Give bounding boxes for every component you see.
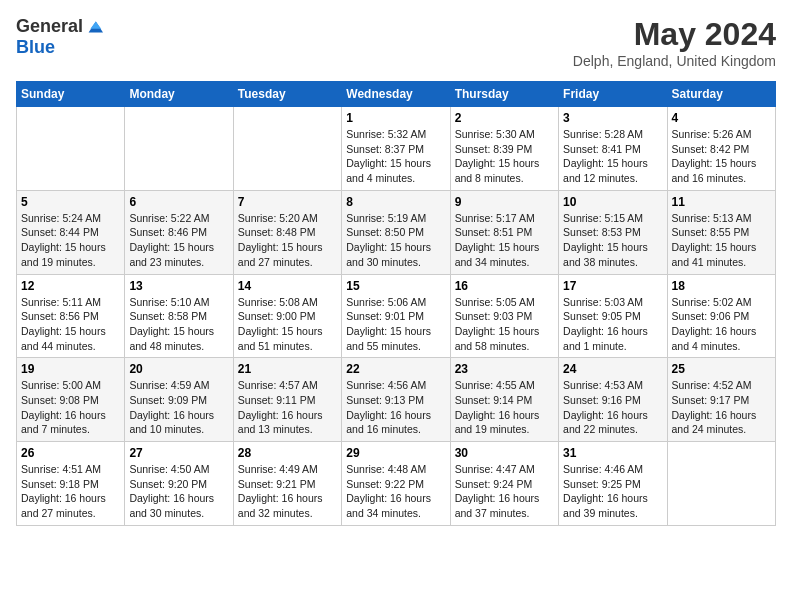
weekday-header: Sunday: [17, 82, 125, 107]
day-info: Sunrise: 5:11 AM Sunset: 8:56 PM Dayligh…: [21, 295, 120, 354]
calendar-cell: 11Sunrise: 5:13 AM Sunset: 8:55 PM Dayli…: [667, 190, 775, 274]
calendar-cell: 3Sunrise: 5:28 AM Sunset: 8:41 PM Daylig…: [559, 107, 667, 191]
calendar-cell: 9Sunrise: 5:17 AM Sunset: 8:51 PM Daylig…: [450, 190, 558, 274]
day-number: 13: [129, 279, 228, 293]
calendar-cell: [233, 107, 341, 191]
day-info: Sunrise: 5:28 AM Sunset: 8:41 PM Dayligh…: [563, 127, 662, 186]
calendar-cell: 13Sunrise: 5:10 AM Sunset: 8:58 PM Dayli…: [125, 274, 233, 358]
calendar-cell: 23Sunrise: 4:55 AM Sunset: 9:14 PM Dayli…: [450, 358, 558, 442]
logo-general-text: General: [16, 16, 83, 37]
location-title: Delph, England, United Kingdom: [573, 53, 776, 69]
calendar-cell: [125, 107, 233, 191]
day-number: 20: [129, 362, 228, 376]
day-info: Sunrise: 5:32 AM Sunset: 8:37 PM Dayligh…: [346, 127, 445, 186]
day-number: 5: [21, 195, 120, 209]
calendar-cell: 16Sunrise: 5:05 AM Sunset: 9:03 PM Dayli…: [450, 274, 558, 358]
weekday-header: Wednesday: [342, 82, 450, 107]
calendar-week-row: 5Sunrise: 5:24 AM Sunset: 8:44 PM Daylig…: [17, 190, 776, 274]
day-number: 10: [563, 195, 662, 209]
day-number: 7: [238, 195, 337, 209]
calendar-cell: 18Sunrise: 5:02 AM Sunset: 9:06 PM Dayli…: [667, 274, 775, 358]
weekday-header: Monday: [125, 82, 233, 107]
calendar-cell: 20Sunrise: 4:59 AM Sunset: 9:09 PM Dayli…: [125, 358, 233, 442]
day-number: 28: [238, 446, 337, 460]
day-number: 2: [455, 111, 554, 125]
day-number: 22: [346, 362, 445, 376]
day-info: Sunrise: 5:13 AM Sunset: 8:55 PM Dayligh…: [672, 211, 771, 270]
calendar-cell: [667, 442, 775, 526]
calendar-cell: 31Sunrise: 4:46 AM Sunset: 9:25 PM Dayli…: [559, 442, 667, 526]
day-info: Sunrise: 4:56 AM Sunset: 9:13 PM Dayligh…: [346, 378, 445, 437]
day-info: Sunrise: 5:06 AM Sunset: 9:01 PM Dayligh…: [346, 295, 445, 354]
day-info: Sunrise: 5:20 AM Sunset: 8:48 PM Dayligh…: [238, 211, 337, 270]
day-info: Sunrise: 4:48 AM Sunset: 9:22 PM Dayligh…: [346, 462, 445, 521]
calendar-week-row: 1Sunrise: 5:32 AM Sunset: 8:37 PM Daylig…: [17, 107, 776, 191]
day-info: Sunrise: 4:46 AM Sunset: 9:25 PM Dayligh…: [563, 462, 662, 521]
day-number: 6: [129, 195, 228, 209]
calendar-week-row: 12Sunrise: 5:11 AM Sunset: 8:56 PM Dayli…: [17, 274, 776, 358]
calendar-table: SundayMondayTuesdayWednesdayThursdayFrid…: [16, 81, 776, 526]
day-info: Sunrise: 5:26 AM Sunset: 8:42 PM Dayligh…: [672, 127, 771, 186]
day-info: Sunrise: 5:30 AM Sunset: 8:39 PM Dayligh…: [455, 127, 554, 186]
weekday-header: Friday: [559, 82, 667, 107]
day-number: 18: [672, 279, 771, 293]
day-number: 24: [563, 362, 662, 376]
day-number: 15: [346, 279, 445, 293]
day-number: 14: [238, 279, 337, 293]
calendar-cell: 21Sunrise: 4:57 AM Sunset: 9:11 PM Dayli…: [233, 358, 341, 442]
calendar-cell: 4Sunrise: 5:26 AM Sunset: 8:42 PM Daylig…: [667, 107, 775, 191]
month-title: May 2024: [573, 16, 776, 53]
logo-blue-text: Blue: [16, 37, 55, 57]
calendar-cell: 28Sunrise: 4:49 AM Sunset: 9:21 PM Dayli…: [233, 442, 341, 526]
day-info: Sunrise: 4:49 AM Sunset: 9:21 PM Dayligh…: [238, 462, 337, 521]
calendar-header-row: SundayMondayTuesdayWednesdayThursdayFrid…: [17, 82, 776, 107]
day-number: 11: [672, 195, 771, 209]
calendar-cell: 8Sunrise: 5:19 AM Sunset: 8:50 PM Daylig…: [342, 190, 450, 274]
calendar-cell: 26Sunrise: 4:51 AM Sunset: 9:18 PM Dayli…: [17, 442, 125, 526]
calendar-cell: 17Sunrise: 5:03 AM Sunset: 9:05 PM Dayli…: [559, 274, 667, 358]
day-number: 3: [563, 111, 662, 125]
calendar-cell: 2Sunrise: 5:30 AM Sunset: 8:39 PM Daylig…: [450, 107, 558, 191]
day-number: 8: [346, 195, 445, 209]
day-number: 4: [672, 111, 771, 125]
calendar-cell: [17, 107, 125, 191]
day-number: 31: [563, 446, 662, 460]
day-info: Sunrise: 4:53 AM Sunset: 9:16 PM Dayligh…: [563, 378, 662, 437]
day-info: Sunrise: 5:02 AM Sunset: 9:06 PM Dayligh…: [672, 295, 771, 354]
day-info: Sunrise: 5:22 AM Sunset: 8:46 PM Dayligh…: [129, 211, 228, 270]
day-number: 19: [21, 362, 120, 376]
calendar-cell: 10Sunrise: 5:15 AM Sunset: 8:53 PM Dayli…: [559, 190, 667, 274]
calendar-cell: 25Sunrise: 4:52 AM Sunset: 9:17 PM Dayli…: [667, 358, 775, 442]
day-info: Sunrise: 4:59 AM Sunset: 9:09 PM Dayligh…: [129, 378, 228, 437]
day-number: 26: [21, 446, 120, 460]
weekday-header: Thursday: [450, 82, 558, 107]
calendar-cell: 19Sunrise: 5:00 AM Sunset: 9:08 PM Dayli…: [17, 358, 125, 442]
calendar-week-row: 26Sunrise: 4:51 AM Sunset: 9:18 PM Dayli…: [17, 442, 776, 526]
calendar-cell: 1Sunrise: 5:32 AM Sunset: 8:37 PM Daylig…: [342, 107, 450, 191]
day-number: 25: [672, 362, 771, 376]
day-number: 9: [455, 195, 554, 209]
day-info: Sunrise: 5:19 AM Sunset: 8:50 PM Dayligh…: [346, 211, 445, 270]
day-number: 23: [455, 362, 554, 376]
calendar-week-row: 19Sunrise: 5:00 AM Sunset: 9:08 PM Dayli…: [17, 358, 776, 442]
day-number: 21: [238, 362, 337, 376]
day-info: Sunrise: 4:51 AM Sunset: 9:18 PM Dayligh…: [21, 462, 120, 521]
day-info: Sunrise: 4:55 AM Sunset: 9:14 PM Dayligh…: [455, 378, 554, 437]
day-info: Sunrise: 5:15 AM Sunset: 8:53 PM Dayligh…: [563, 211, 662, 270]
day-number: 17: [563, 279, 662, 293]
day-info: Sunrise: 5:24 AM Sunset: 8:44 PM Dayligh…: [21, 211, 120, 270]
calendar-cell: 22Sunrise: 4:56 AM Sunset: 9:13 PM Dayli…: [342, 358, 450, 442]
day-info: Sunrise: 5:05 AM Sunset: 9:03 PM Dayligh…: [455, 295, 554, 354]
day-number: 29: [346, 446, 445, 460]
calendar-cell: 15Sunrise: 5:06 AM Sunset: 9:01 PM Dayli…: [342, 274, 450, 358]
calendar-cell: 14Sunrise: 5:08 AM Sunset: 9:00 PM Dayli…: [233, 274, 341, 358]
day-info: Sunrise: 5:08 AM Sunset: 9:00 PM Dayligh…: [238, 295, 337, 354]
title-area: May 2024 Delph, England, United Kingdom: [573, 16, 776, 69]
day-info: Sunrise: 5:10 AM Sunset: 8:58 PM Dayligh…: [129, 295, 228, 354]
calendar-cell: 24Sunrise: 4:53 AM Sunset: 9:16 PM Dayli…: [559, 358, 667, 442]
calendar-cell: 6Sunrise: 5:22 AM Sunset: 8:46 PM Daylig…: [125, 190, 233, 274]
day-number: 27: [129, 446, 228, 460]
calendar-cell: 27Sunrise: 4:50 AM Sunset: 9:20 PM Dayli…: [125, 442, 233, 526]
logo: General Blue: [16, 16, 103, 58]
day-number: 16: [455, 279, 554, 293]
